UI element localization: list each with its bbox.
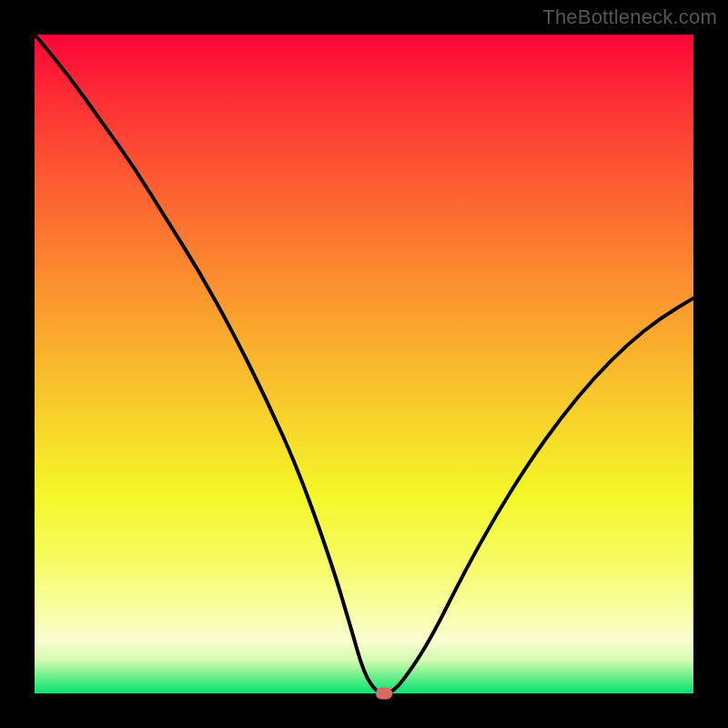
minimum-marker	[376, 688, 392, 700]
bottleneck-curve	[35, 35, 693, 693]
curve-path	[35, 35, 693, 693]
watermark-text: TheBottleneck.com	[542, 5, 717, 29]
chart-plot-area	[35, 35, 693, 693]
chart-stage: TheBottleneck.com	[0, 0, 728, 728]
